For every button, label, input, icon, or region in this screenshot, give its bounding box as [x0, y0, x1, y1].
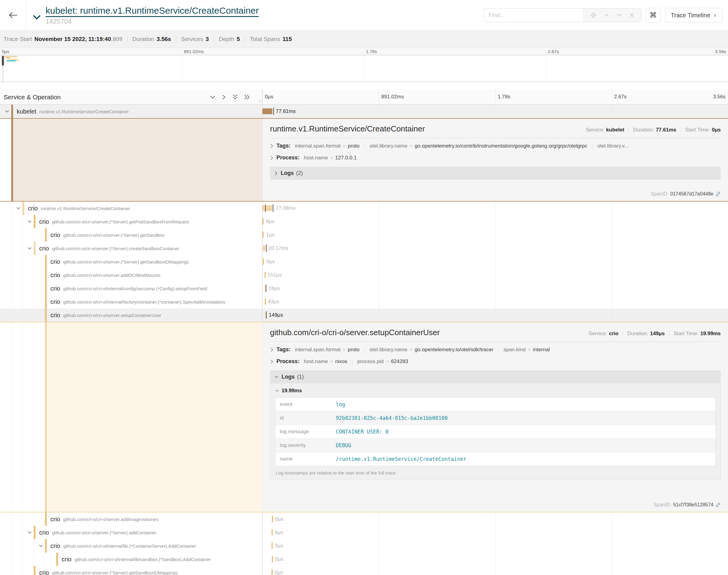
trace-stat-services: Services3 — [181, 36, 209, 42]
span-duration-bar[interactable] — [263, 258, 264, 265]
row-expand-chevron-icon[interactable] — [39, 544, 43, 548]
find-next-icon[interactable] — [616, 13, 622, 17]
minimap-scrubber-handle[interactable] — [2, 56, 4, 66]
tag-key: host.name — [304, 359, 328, 364]
span-timeline-cell[interactable]: 8μs — [262, 215, 728, 228]
span-duration-bar[interactable] — [272, 516, 273, 522]
tags-accordion[interactable]: Tags:internal.span.format=protootel.libr… — [270, 344, 721, 356]
expand-one-icon[interactable] — [222, 94, 226, 100]
span-row[interactable]: criogithub.com/cri-o/cri-o/internal/lib.… — [0, 539, 728, 552]
span-row[interactable]: criogithub.com/cri-o/cri-o/server.(*Serv… — [0, 215, 728, 228]
span-row[interactable]: criogithub.com/cri-o/cri-o/server.(*Serv… — [0, 228, 728, 242]
span-timeline-cell[interactable]: 3μs — [262, 539, 728, 552]
span-row[interactable]: criogithub.com/cri-o/cri-o/server.addIma… — [0, 512, 728, 526]
span-timeline-cell[interactable]: 149μs — [262, 308, 728, 322]
span-timeline-cell[interactable]: 20.17ms — [262, 242, 728, 255]
span-timeline-cell[interactable]: 1μs — [262, 228, 728, 242]
find-prev-icon[interactable] — [603, 13, 609, 17]
span-id-link[interactable] — [715, 191, 721, 197]
span-detail-row: github.com/cri-o/cri-o/server.setupConta… — [0, 322, 728, 512]
find-input[interactable] — [484, 8, 584, 22]
meta-value-service: crio — [609, 331, 618, 337]
row-expand-chevron-icon[interactable] — [27, 220, 32, 224]
find-clear-icon[interactable] — [629, 13, 634, 18]
span-row[interactable]: crioruntime.v1.RuntimeService/CreateCont… — [0, 202, 728, 215]
span-service-name: crio — [51, 516, 60, 523]
collapse-one-icon[interactable] — [209, 94, 216, 100]
row-expand-chevron-icon[interactable] — [5, 110, 9, 113]
accordion-label: Tags: — [276, 143, 291, 149]
stat-label: Services — [181, 36, 203, 42]
indent-guide — [0, 255, 11, 268]
column-resizer-handle[interactable] — [259, 99, 261, 103]
span-row[interactable]: kubeletruntime.v1.RuntimeService/CreateC… — [0, 105, 728, 118]
span-duration-bar[interactable] — [262, 232, 264, 238]
logs-accordion[interactable]: Logs(2) — [270, 167, 721, 180]
span-timeline-cell[interactable]: 151μs — [262, 268, 728, 282]
back-button[interactable] — [0, 0, 26, 30]
span-timeline-cell[interactable]: 77.08ms — [262, 202, 728, 215]
span-row[interactable]: criogithub.com/cri-o/cri-o/server.setupC… — [0, 308, 728, 322]
span-timeline-cell[interactable]: 6μs — [262, 526, 728, 539]
view-selector-button[interactable]: Trace Timeline ∨ — [665, 8, 723, 23]
locate-icon[interactable] — [590, 12, 596, 18]
span-duration-bar[interactable] — [262, 218, 264, 225]
span-timeline-cell[interactable]: 0μs — [262, 255, 728, 268]
span-duration-bar[interactable] — [271, 529, 273, 536]
span-row[interactable]: criogithub.com/cri-o/cri-o/server.(*Serv… — [0, 566, 728, 575]
span-operation-name: github.com/cri-o/cri-o/server.(*Server).… — [52, 530, 156, 535]
span-duration-bar[interactable] — [265, 272, 266, 278]
span-timeline-cell[interactable]: 0μs — [262, 552, 728, 566]
span-id-link[interactable] — [715, 502, 721, 508]
row-expand-chevron-icon[interactable] — [27, 246, 32, 250]
row-expand-chevron-icon[interactable] — [16, 206, 21, 210]
span-row[interactable]: criogithub.com/cri-o/cri-o/server.(*Serv… — [0, 526, 728, 539]
indent-guide — [0, 105, 11, 118]
indent-guide — [34, 539, 45, 552]
span-timeline-cell[interactable]: 77.61ms — [262, 105, 728, 118]
span-row[interactable]: criogithub.com/cri-o/cri-o/internal/lib/… — [0, 552, 728, 566]
span-duration-bar[interactable] — [262, 205, 272, 211]
span-row[interactable]: criogithub.com/cri-o/cri-o/server.(*Serv… — [0, 255, 728, 268]
span-row[interactable]: criogithub.com/cri-o/cri-o/server.addOCI… — [0, 268, 728, 282]
keyboard-shortcuts-button[interactable]: ⌘ — [646, 8, 661, 23]
span-timeline-cell[interactable]: 0μs — [262, 566, 728, 575]
indent-guide — [23, 566, 34, 575]
span-duration-bar[interactable] — [272, 556, 273, 562]
span-row[interactable]: criogithub.com/cri-o/cri-o/internal/conf… — [0, 282, 728, 295]
row-expand-chevron-icon[interactable] — [27, 531, 32, 534]
span-row[interactable]: criogithub.com/cri-o/cri-o/server.(*Serv… — [0, 242, 728, 255]
span-row[interactable]: criogithub.com/cri-o/cri-o/internal/fact… — [0, 295, 728, 308]
span-duration-bar[interactable] — [262, 108, 272, 114]
process-accordion[interactable]: Process:host.name=127.0.0.1 — [270, 152, 721, 164]
indent-guide — [11, 566, 23, 575]
indent-guide — [23, 552, 34, 566]
span-duration-bar[interactable] — [265, 312, 266, 318]
process-accordion[interactable]: Process:host.name=nixosprocess.pid=62428… — [270, 356, 721, 367]
minimap-tick-label: 1.78s — [366, 49, 377, 54]
span-name-cell: criogithub.com/cri-o/cri-o/server.(*Serv… — [0, 566, 262, 575]
span-duration-bar[interactable] — [265, 298, 266, 305]
trace-minimap[interactable] — [0, 55, 728, 82]
log-field-key: name — [275, 452, 332, 466]
span-timeline-cell[interactable]: 24μs — [262, 282, 728, 295]
indent-guide — [11, 268, 23, 282]
span-duration-bar[interactable] — [263, 245, 265, 251]
span-duration-bar[interactable] — [271, 569, 273, 575]
tags-accordion[interactable]: Tags:internal.span.format=protootel.libr… — [270, 140, 721, 152]
span-timeline-cell[interactable]: 43μs — [262, 295, 728, 308]
span-timeline-cell[interactable]: 0μs — [262, 512, 728, 526]
span-operation-name: github.com/cri-o/cri-o/server.addImageVo… — [63, 517, 158, 522]
span-duration-bar[interactable] — [265, 285, 265, 292]
span-duration-label: 0μs — [275, 556, 284, 562]
log-entry-timestamp[interactable]: 19.99ms — [275, 388, 716, 394]
logs-accordion[interactable]: Logs(1) — [270, 370, 721, 383]
indent-guide — [0, 566, 11, 575]
span-duration-bar[interactable] — [271, 543, 273, 549]
expand-all-icon[interactable] — [244, 94, 251, 100]
trace-collapse-chevron-icon[interactable] — [32, 14, 41, 22]
trace-title-link[interactable]: kubelet: runtime.v1.RuntimeService/Creat… — [45, 5, 259, 17]
collapse-all-icon[interactable] — [232, 94, 238, 100]
tag-key: host.name — [304, 155, 328, 161]
span-service-name: crio — [39, 245, 49, 252]
